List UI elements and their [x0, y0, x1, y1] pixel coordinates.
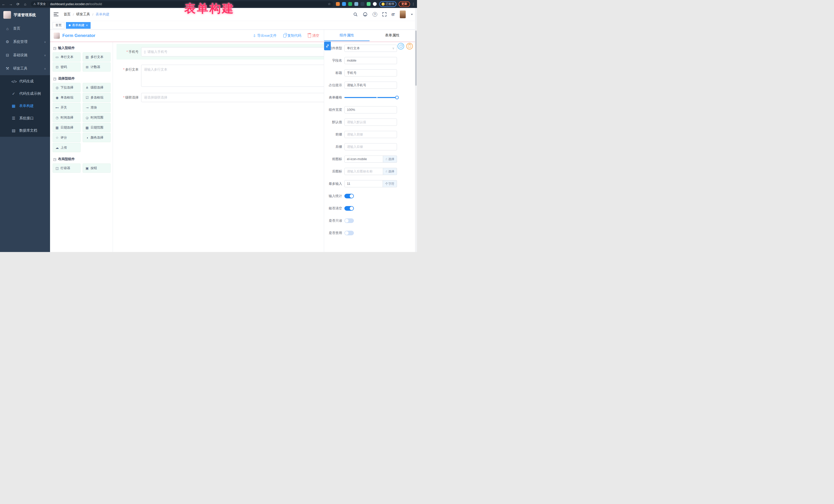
breadcrumb-home[interactable]: 首页: [64, 12, 70, 17]
help-icon[interactable]: ?: [373, 12, 377, 17]
paused-extension-badge[interactable]: 已暂停: [379, 1, 396, 7]
monitor-icon: ⊟: [5, 53, 10, 58]
sidebar-item-研发工具[interactable]: ⚒研发工具∧: [0, 62, 50, 75]
clear-button[interactable]: 清空: [308, 34, 319, 38]
extension-icon[interactable]: [336, 2, 340, 6]
panel-label: 是否只读: [326, 218, 344, 223]
panel-row-组件宽度: 组件宽度100%: [326, 106, 397, 113]
reload-icon[interactable]: ⟳: [14, 2, 22, 6]
input-字段名[interactable]: mobile: [344, 57, 397, 64]
panel-row-字段名: 字段名mobile: [326, 57, 397, 64]
input-前缀[interactable]: 请输入前缀: [344, 131, 397, 138]
submenu-item-表单构建[interactable]: ▦表单构建: [0, 100, 50, 112]
append-选择[interactable]: ☝选择: [383, 155, 397, 163]
panel-row-是否只读: 是否只读: [326, 217, 397, 224]
palette-item-多行文本[interactable]: ▤多行文本: [83, 52, 111, 62]
input-前图标[interactable]: el-icon-mobile: [344, 155, 383, 163]
tab-form-builder[interactable]: 表单构建 ×: [66, 22, 91, 29]
input-标题[interactable]: 手机号: [344, 69, 397, 76]
input-最多输入[interactable]: 11: [344, 180, 383, 187]
switch-能否清空[interactable]: [344, 206, 354, 211]
search-icon[interactable]: [353, 12, 358, 17]
palette-item-按钮[interactable]: ▣按钮: [83, 163, 111, 173]
palette-item-日期范围[interactable]: ▩日期范围: [83, 123, 111, 132]
close-tab-icon[interactable]: ×: [86, 24, 88, 27]
breadcrumb-tools[interactable]: 研发工具: [76, 12, 90, 17]
address-bar[interactable]: ⚠ 不安全 dashboard.yudao.iocoder.cn /tool/b…: [31, 1, 333, 7]
extension-icon[interactable]: [348, 2, 352, 6]
back-icon[interactable]: ←: [0, 2, 7, 6]
switch-是否只读[interactable]: [344, 218, 354, 223]
scrollbar-thumb[interactable]: [415, 30, 417, 86]
input-后图标[interactable]: 请输入后图标名称: [344, 168, 383, 175]
fullscreen-icon[interactable]: [382, 12, 387, 17]
switch-输入统计[interactable]: [344, 194, 354, 198]
palette-item-时间范围[interactable]: ◶时间范围: [83, 113, 111, 122]
tab-home[interactable]: 首页: [52, 22, 64, 29]
window-scrollbar: [415, 8, 417, 252]
switch-是否禁用[interactable]: [344, 231, 354, 235]
update-button[interactable]: 更新: [398, 1, 410, 7]
submenu-item-系统接口[interactable]: ☰系统接口: [0, 112, 50, 125]
browser-menu-icon[interactable]: ⋮: [412, 2, 415, 6]
select-组件类型[interactable]: 单行文本∨: [344, 45, 397, 52]
extension-icon[interactable]: [373, 2, 377, 6]
user-avatar[interactable]: [400, 10, 406, 18]
export-vue-button[interactable]: ⇩ 导出vue文件: [253, 34, 277, 38]
forward-icon[interactable]: →: [7, 2, 14, 6]
screen: ← → ⟳ ⌂ ⚠ 不安全 dashboard.yudao.iocoder.cn…: [0, 0, 417, 252]
extension-icon[interactable]: [367, 2, 371, 6]
palette-item-滑块[interactable]: ⊸滑块: [83, 103, 111, 112]
tab-form-props[interactable]: 表单属性: [370, 30, 415, 41]
github-icon[interactable]: [363, 12, 368, 17]
font-size-icon[interactable]: tT: [392, 12, 395, 17]
palette-item-单选框组[interactable]: ◉单选框组: [52, 93, 81, 102]
sidebar-item-系统管理[interactable]: ⚙系统管理∨: [0, 35, 50, 48]
palette-item-下拉选择[interactable]: ◎下拉选择: [52, 83, 81, 92]
url-path: /tool/build: [89, 2, 102, 6]
panel-control: el-icon-mobile☝选择: [344, 155, 397, 163]
submenu-item-数据库文档[interactable]: ▤数据库文档: [0, 125, 50, 137]
input-默认值[interactable]: 请输入默认值: [344, 118, 397, 126]
palette-item-时间选择[interactable]: ◷时间选择: [52, 113, 81, 122]
palette-item-多选框组[interactable]: ☑多选框组: [83, 93, 111, 102]
copy-code-button[interactable]: 复制代码: [283, 34, 301, 38]
palette-item-单行文本[interactable]: ▭单行文本: [52, 52, 81, 62]
append-个字符[interactable]: 个字符: [383, 180, 397, 187]
copy-field-button[interactable]: [397, 43, 404, 49]
home-icon[interactable]: ⌂: [22, 2, 29, 6]
password-icon: ⊡: [55, 65, 59, 69]
extension-icon[interactable]: [342, 2, 346, 6]
palette-item-上传[interactable]: ☁上传: [52, 143, 81, 152]
collapse-menu-icon[interactable]: [53, 13, 59, 16]
palette-item-计数器[interactable]: ⊞计数器: [83, 62, 111, 72]
input-占位提示[interactable]: 请输入手机号: [344, 82, 397, 89]
select-icon: ◎: [55, 86, 59, 90]
slider-handle[interactable]: [395, 96, 399, 99]
submenu-item-label: 表单构建: [19, 104, 34, 108]
sidebar-item-基础设施[interactable]: ⊟基础设施∨: [0, 48, 50, 62]
palette-item-级联选择[interactable]: ⋔级联选择: [83, 83, 111, 92]
append-选择[interactable]: ☝选择: [383, 168, 397, 175]
sidebar-item-首页[interactable]: ⌂首页: [0, 22, 50, 35]
link-icon[interactable]: [324, 42, 331, 50]
extension-icon[interactable]: [354, 2, 358, 6]
form-grid-slider[interactable]: [344, 97, 397, 98]
extension-icon[interactable]: [360, 2, 365, 6]
palette-item-日期选择[interactable]: ▦日期选择: [52, 123, 81, 132]
caret-down-icon[interactable]: [411, 14, 413, 15]
palette-item-密码[interactable]: ⊡密码: [52, 62, 81, 72]
palette-item-评分[interactable]: ☆评分: [52, 133, 81, 142]
submenu-item-代码生成示例[interactable]: ✓代码生成示例: [0, 88, 50, 100]
tab-component-props[interactable]: 组件属性: [324, 30, 370, 41]
submenu-item-代码生成[interactable]: </>代码生成: [0, 75, 50, 88]
input-组件宽度[interactable]: 100%: [344, 106, 397, 113]
input-后缀[interactable]: 请输入后缀: [344, 143, 397, 150]
bookmark-star-icon[interactable]: ☆: [328, 2, 331, 6]
palette-item-行容器[interactable]: ◫行容器: [52, 163, 81, 173]
app-logo-row[interactable]: 芋道管理系统: [0, 8, 50, 22]
delete-field-button[interactable]: [406, 43, 413, 49]
palette-item-颜色选择[interactable]: ◑颜色选择: [83, 133, 111, 142]
palette-item-开关[interactable]: ⊷开关: [52, 103, 81, 112]
app-logo-image: [3, 11, 11, 19]
